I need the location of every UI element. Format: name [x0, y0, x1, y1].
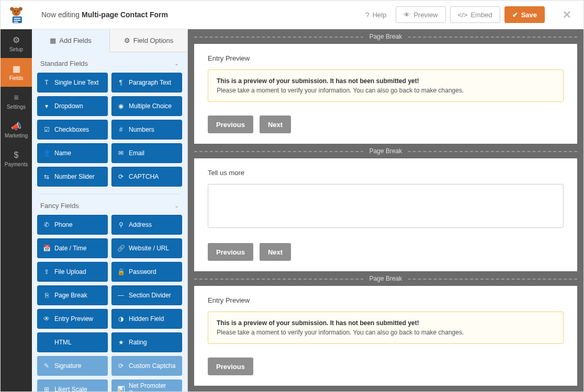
field-dropdown[interactable]: ▾Dropdown — [37, 96, 108, 116]
field-icon: ✉ — [117, 149, 125, 157]
field-icon: ⇆ — [43, 173, 50, 180]
field-label: Number Slider — [54, 173, 95, 180]
field-icon: 🔗 — [117, 245, 125, 252]
next-button[interactable]: Next — [260, 243, 291, 261]
svg-point-3 — [14, 10, 16, 12]
field-icon: # — [117, 126, 125, 133]
form-section[interactable]: Entry PreviewThis is a preview of your s… — [194, 286, 577, 386]
marketing-icon: 📣 — [11, 121, 21, 131]
field-icon: ⎘ — [43, 292, 50, 299]
field-icon: 🔒 — [117, 268, 125, 275]
form-section[interactable]: Entry PreviewThis is a preview of your s… — [194, 44, 577, 144]
field-icon: ★ — [117, 339, 125, 346]
nav-label: Payments — [5, 162, 28, 167]
field-address[interactable]: ⚲Address — [111, 215, 182, 235]
embed-button[interactable]: </> Embed — [450, 6, 500, 23]
eye-icon: 👁 — [403, 11, 410, 19]
field-group-header[interactable]: Standard Fields⌄ — [37, 52, 182, 73]
field-label: Name — [54, 149, 71, 157]
field-signature[interactable]: ✎Signature — [37, 356, 108, 376]
field-website-url[interactable]: 🔗Website / URL — [111, 238, 182, 258]
field-numbers[interactable]: #Numbers — [111, 120, 182, 140]
chevron-down-icon: ⌄ — [174, 202, 179, 209]
field-captcha[interactable]: ⟳CAPTCHA — [111, 167, 182, 187]
field-net-promoter-score[interactable]: 📊Net Promoter Score — [111, 379, 182, 391]
fields-panel: ▦ Add Fields ⚙ Field Options Standard Fi… — [32, 29, 188, 391]
app-logo — [1, 1, 32, 29]
field-html[interactable]: HTML — [37, 332, 108, 352]
form-section[interactable]: Tell us morePreviousNext — [194, 158, 577, 271]
field-checkboxes[interactable]: ☑Checkboxes — [37, 120, 108, 140]
svg-rect-7 — [14, 18, 21, 19]
field-hidden-field[interactable]: ◑Hidden Field — [111, 309, 182, 329]
field-label: Website / URL — [129, 245, 169, 252]
field-label: Address — [129, 221, 152, 228]
group-title: Fancy Fields — [40, 202, 79, 210]
field-icon: 👤 — [43, 149, 50, 157]
field-label: Custom Captcha — [129, 362, 175, 370]
nav-payments[interactable]: $Payments — [1, 144, 32, 173]
field-icon: T — [43, 79, 50, 86]
field-icon: ✎ — [43, 362, 50, 370]
field-section-divider[interactable]: —Section Divider — [111, 285, 182, 305]
textarea-input[interactable] — [208, 184, 564, 228]
field-icon: — — [117, 292, 125, 299]
svg-point-1 — [10, 7, 14, 11]
nav-fields[interactable]: ▦Fields — [1, 58, 32, 87]
field-file-upload[interactable]: ⇪File Upload — [37, 262, 108, 282]
svg-point-5 — [15, 13, 17, 15]
field-group-header[interactable]: Fancy Fields⌄ — [37, 194, 182, 215]
svg-rect-9 — [14, 22, 18, 23]
field-date-time[interactable]: 📅Date / Time — [37, 238, 108, 258]
section-label: Entry Preview — [208, 296, 564, 304]
previous-button[interactable]: Previous — [208, 358, 253, 375]
page-break-divider: Page Break — [188, 271, 583, 286]
field-label: Net Promoter Score — [129, 382, 176, 391]
field-single-line-text[interactable]: TSingle Line Text — [37, 73, 108, 93]
chevron-down-icon: ⌄ — [174, 60, 179, 67]
field-rating[interactable]: ★Rating — [111, 332, 182, 352]
field-entry-preview[interactable]: 👁Entry Preview — [37, 309, 108, 329]
nav-label: Settings — [7, 104, 26, 110]
field-label: Numbers — [129, 126, 154, 133]
field-password[interactable]: 🔒Password — [111, 262, 182, 282]
section-label: Entry Preview — [208, 54, 564, 62]
preview-button[interactable]: 👁 Preview — [396, 6, 445, 23]
field-icon: ☑ — [43, 126, 50, 133]
svg-point-4 — [17, 10, 18, 12]
save-button[interactable]: ✔ Save — [504, 6, 545, 23]
field-custom-captcha[interactable]: ⟳Custom Captcha — [111, 356, 182, 376]
tab-add-fields[interactable]: ▦ Add Fields — [32, 29, 110, 52]
field-icon: 📊 — [117, 386, 125, 391]
code-icon: </> — [458, 11, 468, 19]
field-phone[interactable]: ✆Phone — [37, 215, 108, 235]
field-email[interactable]: ✉Email — [111, 143, 182, 163]
field-paragraph-text[interactable]: ¶Paragraph Text — [111, 73, 182, 93]
nav-marketing[interactable]: 📣Marketing — [1, 116, 32, 144]
previous-button[interactable]: Previous — [208, 243, 253, 261]
payments-icon: $ — [14, 151, 19, 160]
help-icon: ? — [365, 11, 369, 19]
nav-label: Marketing — [5, 133, 28, 139]
tab-field-options[interactable]: ⚙ Field Options — [110, 29, 187, 52]
field-icon: ◑ — [117, 315, 125, 322]
grid-icon: ▦ — [50, 37, 56, 44]
settings-icon: ≡ — [14, 93, 18, 102]
field-name[interactable]: 👤Name — [37, 143, 108, 163]
help-link[interactable]: ? Help — [360, 11, 391, 19]
nav-setup[interactable]: ⚙Setup — [1, 29, 32, 58]
field-icon: ✆ — [43, 221, 50, 228]
nav-settings[interactable]: ≡Settings — [1, 87, 32, 116]
field-multiple-choice[interactable]: ◉Multiple Choice — [111, 96, 182, 116]
svg-rect-8 — [14, 20, 21, 21]
previous-button[interactable]: Previous — [208, 116, 253, 133]
field-number-slider[interactable]: ⇆Number Slider — [37, 167, 108, 187]
close-icon[interactable]: ✕ — [558, 8, 576, 21]
field-label: Date / Time — [54, 245, 86, 252]
next-button[interactable]: Next — [260, 116, 291, 133]
field-label: Email — [129, 149, 144, 157]
field-likert-scale[interactable]: ⊞Likert Scale — [37, 379, 108, 391]
fields-icon: ▦ — [13, 64, 20, 74]
field-page-break[interactable]: ⎘Page Break — [37, 285, 108, 305]
svg-point-2 — [19, 7, 23, 11]
